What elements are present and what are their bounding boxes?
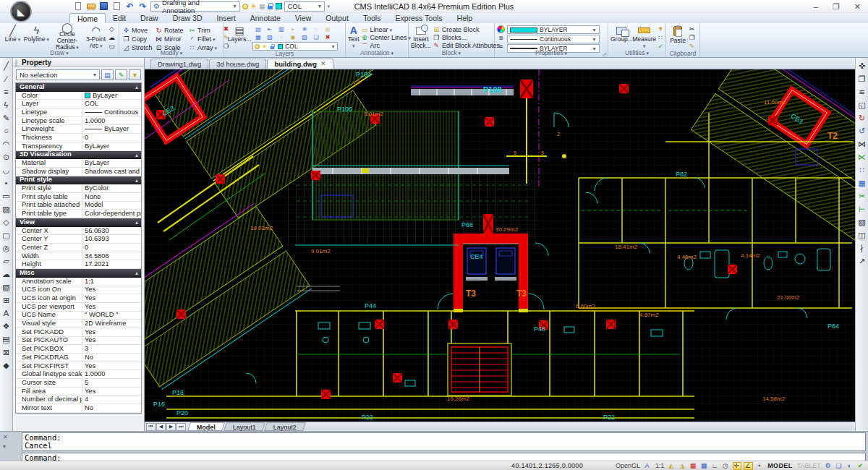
coordinates-readout[interactable]: 40.1401,2.1265,0.0000 [511, 462, 583, 469]
pickadd-toggle-button[interactable]: ✎ [115, 69, 127, 80]
arc-button[interactable]: ◠3-Point Arc [85, 24, 107, 50]
property-row[interactable]: Height 17.2021 [16, 260, 141, 269]
quick-select-button[interactable]: ▤ [101, 69, 114, 80]
ortho-icon[interactable]: ∟ [711, 462, 720, 470]
property-row[interactable]: Color ByLayer [16, 92, 141, 101]
arc-3point-icon[interactable]: ◡ [1, 164, 12, 176]
paste-button[interactable]: Paste [668, 24, 687, 50]
block-group-label[interactable]: Block [409, 49, 494, 57]
text-button[interactable]: AText [348, 24, 359, 50]
center-lines-button[interactable]: ⊕Center Lines [360, 34, 412, 41]
freehand-icon[interactable]: ✎ [1, 112, 12, 124]
multiline-icon[interactable]: ≡ [1, 86, 12, 98]
property-row[interactable]: Center Z 0 [16, 244, 141, 252]
undo-icon[interactable]: ↶ [124, 1, 135, 12]
line-icon[interactable]: ╱ [1, 60, 12, 72]
selection-filter-select[interactable]: No selection▾ [16, 69, 100, 80]
section-3d-visualisation[interactable]: 3D Visualisation [16, 151, 141, 160]
layer-states-icon[interactable]: ▦ [252, 33, 264, 41]
property-row[interactable]: Print table type Color-dependent print .… [16, 210, 141, 218]
property-row[interactable]: Shadow display Shadows cast and rec... [16, 168, 141, 176]
modify-group-label[interactable]: Modify [119, 49, 224, 57]
minimize-button[interactable]: – [814, 2, 818, 11]
tablet-label[interactable]: TABLET [796, 462, 822, 470]
property-row[interactable]: UCS icon On Yes [16, 286, 141, 295]
property-row[interactable]: Fill area Yes [16, 388, 141, 396]
ellipse-icon[interactable]: ⊙ [1, 151, 12, 163]
group-button[interactable]: Group... [610, 24, 633, 50]
opengl-label[interactable]: OpenGL [614, 462, 641, 470]
section-print-style[interactable]: Print style [16, 176, 141, 185]
mirror-button[interactable]: ⋈Mirror [154, 35, 187, 43]
trim-button[interactable]: ✂Trim [187, 26, 221, 34]
drawing-canvas[interactable]: P104 P108 P106 5.01m2 P68 30.29m2 CE4 CE… [145, 69, 855, 422]
tab-draw-3d[interactable]: Draw 3D [166, 13, 210, 23]
save-icon[interactable] [98, 1, 109, 12]
line-button[interactable]: ╱Line [2, 24, 23, 50]
scale-icon[interactable]: ◱ [856, 99, 868, 111]
property-row[interactable]: Width 34.5806 [16, 252, 141, 261]
property-row[interactable]: Linetype Continuous [16, 108, 141, 117]
color-wheel-icon[interactable] [497, 25, 505, 33]
revision-cloud-icon[interactable]: ☁ [1, 268, 12, 280]
draw-group-label[interactable]: Draw [0, 49, 119, 57]
layer-lock-icon[interactable] [267, 3, 273, 9]
grid-icon[interactable]: ▦ [700, 462, 709, 470]
polyline-icon[interactable]: ϟ [1, 99, 12, 111]
blocks-button[interactable]: ❐Blocks... [432, 34, 501, 41]
copy-button[interactable]: ❐Copy [122, 35, 154, 43]
circle-button[interactable]: ◯Circle Center-Radius [50, 24, 85, 50]
merge-layer-icon[interactable]: ▨ [299, 33, 310, 41]
qat-customize-icon[interactable]: ▾ [327, 4, 330, 9]
measure-button[interactable]: Measure [633, 24, 656, 50]
etrack-icon[interactable]: ∠ [744, 462, 753, 470]
mirror-3d-icon[interactable]: ⋉ [856, 151, 868, 163]
layer-viewport-icon[interactable]: ▦ [259, 3, 265, 10]
property-row[interactable]: Mirror text No [16, 404, 141, 413]
turn-on-all-layers-icon[interactable]: ◉ [287, 33, 299, 41]
rotate-3d-icon[interactable]: ↺ [856, 125, 868, 137]
close-button[interactable]: ✕ [854, 2, 861, 12]
layer-thaw-sun-icon[interactable]: ☀ [250, 2, 257, 10]
property-row[interactable]: Set PICKBOX 3 [16, 345, 141, 354]
section-general[interactable]: General [16, 83, 141, 92]
tab-output[interactable]: Output [318, 13, 356, 23]
table-icon[interactable]: ⊞ [1, 294, 12, 306]
property-row[interactable]: Set PICKFIRST Yes [16, 362, 141, 371]
doc-tab-3d-house[interactable]: 3d house.dwg✕ [209, 59, 266, 69]
section-view[interactable]: View [16, 218, 141, 227]
workspace-select[interactable]: ⚙ Drafting and Annotation ▼ [150, 1, 240, 12]
open-file-icon[interactable] [85, 1, 96, 12]
boundary-icon[interactable]: ▢ [1, 229, 12, 241]
property-row[interactable]: Annotation scale 1:1 [16, 278, 141, 286]
layout-tab-layout1[interactable]: Layout1 [224, 422, 265, 431]
block-icon[interactable]: ❖ [1, 320, 12, 332]
polygon-tool-icon[interactable]: ◇ [108, 25, 116, 33]
prev-tab-button[interactable]: ◀ [156, 423, 166, 431]
color-select[interactable]: BYLAYER▼ [507, 25, 600, 34]
dialog-launcher-icon[interactable]: ◿ [603, 51, 606, 57]
annotation-auto-scale-icon[interactable]: A [643, 462, 652, 470]
app-logo-icon[interactable]: ◣ [10, 1, 32, 22]
polyline-button[interactable]: ϟPolyline [23, 24, 50, 50]
property-row[interactable]: Visual style 2D Wireframe [16, 320, 141, 328]
ready-icon[interactable]: ✔ [856, 462, 865, 470]
move-button[interactable]: ✜Move [122, 26, 154, 34]
cut-icon[interactable]: ✂ [688, 25, 696, 33]
add-scales-icon[interactable]: ◮ [678, 462, 687, 470]
select-objects-button[interactable]: ▼ [129, 69, 141, 80]
snap-icon[interactable]: ▦ [689, 462, 698, 470]
online-icon[interactable]: ◐ [846, 462, 854, 470]
property-row[interactable]: Linetype scale 1.0000 [16, 117, 141, 126]
array-icon[interactable]: ∷ [856, 164, 868, 176]
offset-icon[interactable]: ≋ [856, 86, 868, 98]
polar-icon[interactable]: ◷ [722, 462, 731, 470]
copy-icon[interactable]: ❐ [856, 73, 868, 85]
layer-on-bulb-icon[interactable] [242, 4, 248, 9]
create-block-button[interactable]: ⊞Create Block [432, 26, 501, 33]
property-row[interactable]: Set PICKADD Yes [16, 328, 141, 337]
annotation-scale-label[interactable]: 1:1 [654, 462, 665, 470]
text-icon[interactable]: A [1, 307, 12, 319]
esnap-icon[interactable]: ✛ [733, 462, 742, 470]
mirror-icon[interactable]: ⋈ [856, 138, 868, 150]
